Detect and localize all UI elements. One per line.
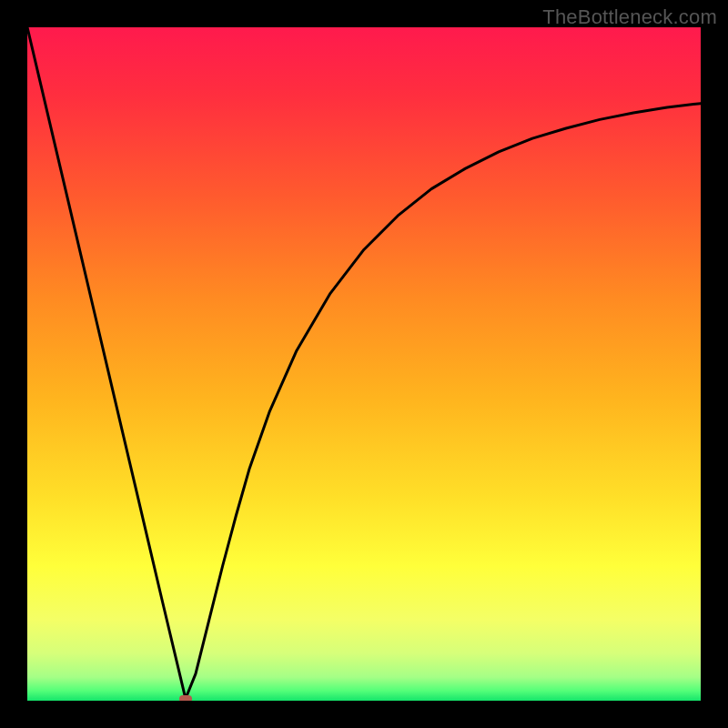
watermark-label: TheBottleneck.com xyxy=(542,5,717,29)
plot-area xyxy=(27,27,701,701)
bottleneck-curve xyxy=(27,27,701,701)
optimum-marker xyxy=(179,695,192,701)
chart-frame: TheBottleneck.com xyxy=(0,0,728,728)
